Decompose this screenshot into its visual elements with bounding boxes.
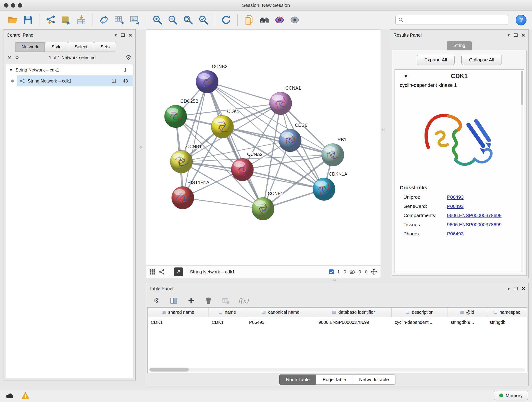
crosslink-value-link[interactable]: 9606.ENSP00000378699 [447, 222, 501, 227]
panel-resize-handle[interactable] [139, 146, 142, 148]
panel-float-icon[interactable] [514, 33, 518, 37]
import-table-file-button[interactable] [74, 13, 89, 27]
panel-menu-icon[interactable]: ▾ [507, 32, 510, 38]
export-image-button[interactable] [128, 13, 142, 27]
selected-checkbox-icon[interactable] [328, 269, 334, 275]
results-scrollbar-thumb[interactable] [521, 70, 523, 105]
expand-all-tree-icon[interactable] [15, 56, 19, 60]
panel-close-icon[interactable]: × [129, 32, 132, 38]
zoom-selected-button[interactable] [196, 13, 210, 27]
network-row-selected[interactable]: String Network – cdk1 11 48 [17, 75, 133, 86]
new-network-button[interactable] [97, 13, 111, 27]
search-input[interactable] [405, 17, 505, 22]
panel-resize-handle[interactable] [382, 129, 385, 131]
panel-close-icon[interactable]: × [522, 32, 525, 38]
network-node-cdkn1a[interactable]: CDKN1A [313, 171, 347, 200]
function-builder-button[interactable]: f(x) [238, 296, 248, 306]
cloud-button[interactable] [4, 391, 16, 400]
panel-resize-handle[interactable] [333, 279, 336, 281]
table-cell[interactable]: CDK1 [147, 320, 209, 325]
network-node-hist1h1a[interactable]: HIST1H1A [172, 180, 209, 209]
import-network-file-button[interactable] [44, 13, 58, 27]
network-edge[interactable] [207, 82, 263, 209]
panel-menu-icon[interactable]: ▾ [114, 32, 117, 38]
export-table-button[interactable] [112, 13, 127, 27]
show-columns-button[interactable] [169, 296, 179, 306]
window-minimize-button[interactable] [11, 3, 15, 7]
network-node-rb1[interactable]: RB1 [322, 137, 346, 166]
window-zoom-button[interactable] [18, 3, 22, 7]
delete-column-button[interactable] [203, 296, 214, 306]
network-canvas[interactable]: CCNB2CCNA1CDC25BCDK1CDC6RB1CCNB1CCNA2CDK… [146, 30, 380, 265]
crosslink-value-link[interactable]: P06493 [447, 194, 463, 200]
table-cell[interactable]: 9606.ENSP00000378699 [315, 320, 392, 325]
delete-table-button[interactable] [221, 296, 231, 306]
column-header--id[interactable]: @id [447, 307, 486, 317]
network-collection-row[interactable]: ▼ String Network – cdk1 1 [6, 64, 133, 75]
column-header-name[interactable]: name [209, 307, 246, 317]
panel-menu-icon[interactable]: ▾ [507, 286, 510, 291]
hide-selected-button[interactable] [272, 13, 287, 27]
show-all-button[interactable] [288, 13, 302, 27]
network-overview-icon[interactable] [159, 269, 165, 275]
open-session-button[interactable] [6, 13, 20, 27]
collapse-all-tree-icon[interactable] [7, 56, 12, 60]
crosslink-value-link[interactable]: 9606.ENSP00000378699 [447, 213, 501, 218]
tab-string[interactable]: String [447, 41, 472, 50]
column-header-shared-name[interactable]: shared name [147, 307, 209, 317]
collapse-all-button[interactable]: Collapse All [462, 55, 502, 65]
control-panel-tab-style[interactable]: Style [45, 42, 68, 52]
save-session-button[interactable] [21, 13, 35, 27]
panel-close-icon[interactable]: × [522, 286, 525, 292]
gear-icon[interactable]: ⚙ [126, 54, 131, 61]
control-panel-tab-network[interactable]: Network [15, 42, 45, 52]
hidden-eye-slash-icon[interactable] [349, 269, 355, 274]
table-row[interactable]: CDK1CDK1P064939606.ENSP00000378699cyclin… [147, 317, 527, 327]
column-header-namespac[interactable]: namespac [486, 307, 527, 317]
table-tab-node-table[interactable]: Node Table [279, 375, 316, 385]
zoom-in-button[interactable] [150, 13, 165, 27]
table-cell[interactable]: P06493 [246, 320, 315, 325]
import-network-database-button[interactable] [59, 13, 73, 27]
panel-float-icon[interactable] [514, 287, 518, 290]
gene-expander-icon[interactable]: ▼ [404, 74, 407, 78]
duplicate-network-button[interactable] [242, 13, 256, 27]
add-column-button[interactable] [186, 296, 196, 306]
control-panel-tab-select[interactable]: Select [68, 42, 94, 52]
network-node-ccna1[interactable]: CCNA1 [269, 85, 301, 115]
detach-view-button[interactable] [174, 268, 183, 276]
column-header-canonical-name[interactable]: canonical name [246, 307, 315, 317]
panel-float-icon[interactable] [121, 33, 125, 37]
table-options-button[interactable]: ⚙ [151, 296, 161, 306]
thumbnail-view-icon[interactable] [149, 269, 155, 275]
network-row[interactable]: String Network – cdk1 11 48 [6, 75, 133, 86]
refresh-layout-button[interactable] [219, 13, 233, 27]
warnings-button[interactable] [20, 391, 31, 400]
horizontal-scrollbar[interactable] [149, 368, 525, 371]
expand-all-button[interactable]: Expand All [417, 55, 455, 65]
network-edge[interactable] [183, 198, 263, 209]
zoom-fit-button[interactable] [181, 13, 195, 27]
crosslink-value-link[interactable]: P06493 [447, 231, 463, 236]
fit-move-icon[interactable] [370, 268, 377, 275]
crosslink-value-link[interactable]: P06493 [447, 204, 463, 209]
column-header-description[interactable]: description [392, 307, 447, 317]
table-cell[interactable]: stringdb [486, 320, 527, 325]
control-panel-tab-sets[interactable]: Sets [94, 42, 116, 52]
table-tab-network-table[interactable]: Network Table [353, 375, 396, 385]
table-cell[interactable]: CDK1 [209, 320, 246, 325]
select-first-neighbors-button[interactable] [257, 13, 271, 27]
horizontal-scrollbar-thumb[interactable] [149, 368, 189, 371]
network-edge[interactable] [207, 82, 281, 103]
zoom-out-button[interactable] [166, 13, 180, 27]
table-cell[interactable]: cyclin-dependent ... [392, 320, 447, 325]
table-cell[interactable]: stringdb:9... [447, 320, 486, 325]
table-tab-edge-table[interactable]: Edge Table [316, 375, 353, 385]
help-button[interactable]: ? [516, 15, 526, 26]
tree-expander-icon[interactable]: ▼ [10, 68, 12, 72]
memory-button[interactable]: Memory [494, 391, 528, 400]
column-header-database-identifier[interactable]: database identifier [315, 307, 392, 317]
window-close-button[interactable] [4, 3, 8, 7]
network-node-ccnb2[interactable]: CCNB2 [196, 64, 227, 93]
results-scrollbar[interactable] [521, 70, 523, 272]
